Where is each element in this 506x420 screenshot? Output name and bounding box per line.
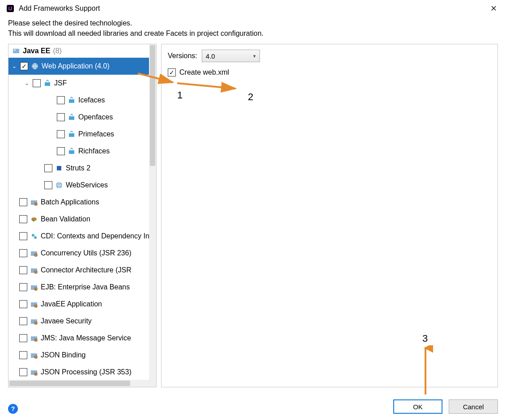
svg-rect-6 [69, 133, 74, 137]
tree-node[interactable]: EJB: Enterprise Java Beans [9, 279, 156, 296]
tree-node[interactable]: JSON Binding [9, 347, 156, 364]
svg-point-28 [34, 355, 38, 359]
create-webxml-label: Create web.xml [179, 68, 229, 76]
tree-checkbox[interactable] [57, 147, 65, 155]
tree-checkbox[interactable] [44, 181, 52, 189]
tree-node[interactable]: Openfaces [9, 109, 156, 126]
window-title: Add Frameworks Support [19, 4, 486, 13]
create-webxml-checkbox[interactable] [168, 68, 176, 76]
ok-button[interactable]: OK [393, 399, 442, 414]
svg-rect-1 [14, 50, 16, 51]
tree-node-label: Primefaces [78, 130, 114, 138]
framework-details-panel: Versions: 4.0 ▾ Create web.xml [161, 44, 498, 387]
annotation-number-1: 1 [177, 89, 183, 101]
tree-node-label: Web Application (4.0) [42, 62, 110, 70]
tree-node[interactable]: JSON Processing (JSR 353) [9, 364, 156, 381]
expand-icon[interactable]: ⌄ [24, 80, 30, 86]
cancel-button-label: Cancel [463, 403, 484, 411]
tree-node[interactable]: Connector Architecture (JSR [9, 262, 156, 279]
tree-node[interactable]: WebServices [9, 177, 156, 194]
tree-header: Java EE (8) [9, 44, 156, 58]
svg-rect-4 [69, 99, 74, 103]
tree-node[interactable]: Batch Applications [9, 194, 156, 211]
tree-node[interactable]: Struts 2 [9, 160, 156, 177]
close-icon[interactable]: ✕ [486, 3, 502, 14]
tree-checkbox[interactable] [19, 215, 27, 223]
app-icon: IJ [6, 4, 14, 13]
svg-rect-0 [13, 49, 19, 53]
vertical-scroll-thumb[interactable] [150, 45, 155, 166]
folder-icon [30, 334, 38, 342]
version-value: 4.0 [206, 52, 215, 60]
tree-checkbox[interactable] [57, 113, 65, 121]
tree-checkbox[interactable] [19, 368, 27, 376]
javaee-icon [12, 47, 20, 55]
tree-checkbox[interactable] [19, 266, 27, 274]
tree-node-label: Batch Applications [41, 198, 99, 206]
jsf-icon [68, 113, 76, 121]
tree-checkbox[interactable] [57, 96, 65, 104]
folder-icon [30, 300, 38, 308]
tree-node[interactable]: Primefaces [9, 126, 156, 143]
folder-icon [30, 368, 38, 376]
svg-point-26 [34, 338, 38, 342]
horizontal-scrollbar[interactable] [9, 380, 149, 387]
svg-point-24 [34, 321, 38, 325]
tree-node[interactable]: Icefaces [9, 92, 156, 109]
annotation-number-2: 2 [248, 91, 253, 103]
tree-node-label: JSON Processing (JSR 353) [41, 368, 132, 376]
tree-checkbox[interactable] [19, 198, 27, 206]
intro-text: Please select the desired technologies. … [0, 16, 506, 41]
tree-checkbox[interactable] [19, 317, 27, 325]
tree-node[interactable]: Concurrency Utils (JSR 236) [9, 245, 156, 262]
tree-node[interactable]: Richfaces [9, 143, 156, 160]
tree-checkbox[interactable] [19, 334, 27, 342]
tree-node-label: Struts 2 [66, 164, 90, 172]
help-button[interactable]: ? [8, 404, 18, 414]
tree-checkbox[interactable] [19, 283, 27, 291]
folder-icon [30, 317, 38, 325]
globe-icon [31, 62, 39, 70]
svg-point-22 [34, 304, 38, 308]
tree-node[interactable]: CDI: Contexts and Dependency Injection [9, 228, 156, 245]
tree-checkbox[interactable] [20, 62, 28, 70]
tree-node[interactable]: Javaee Security [9, 313, 156, 330]
svg-rect-7 [69, 150, 74, 154]
jsf-icon [68, 130, 76, 138]
tree-node[interactable]: ⌄JSF [9, 75, 156, 92]
tree-checkbox[interactable] [44, 164, 52, 172]
svg-point-30 [34, 372, 38, 376]
folder-icon [30, 198, 38, 206]
tree-checkbox[interactable] [57, 130, 65, 138]
tree-checkbox[interactable] [19, 351, 27, 359]
tree-node[interactable]: Bean Validation [9, 211, 156, 228]
jsf-icon [43, 79, 51, 87]
expand-icon[interactable]: ⌄ [11, 63, 17, 69]
jsf-icon [68, 96, 76, 104]
svg-point-16 [34, 253, 38, 257]
jsf-icon [68, 147, 76, 155]
intro-line1: Please select the desired technologies. [8, 18, 498, 28]
tree-node-label: JSF [54, 79, 67, 87]
tree-node[interactable]: ⌄Web Application (4.0) [9, 58, 156, 75]
globe-icon [55, 181, 63, 189]
tree-node-label: JSON Binding [41, 351, 86, 359]
horizontal-scroll-thumb[interactable] [9, 381, 130, 386]
versions-label: Versions: [168, 52, 197, 60]
tree-checkbox[interactable] [33, 79, 41, 87]
tree-checkbox[interactable] [19, 300, 27, 308]
cancel-button[interactable]: Cancel [449, 399, 498, 414]
frameworks-tree-panel: Java EE (8) ⌄Web Application (4.0)⌄JSFIc… [8, 44, 157, 387]
create-webxml-row: Create web.xml [168, 68, 491, 76]
svg-point-20 [34, 287, 38, 291]
svg-point-18 [34, 270, 38, 274]
tree-node[interactable]: JavaEE Application [9, 296, 156, 313]
folder-icon [30, 249, 38, 257]
frameworks-tree[interactable]: ⌄Web Application (4.0)⌄JSFIcefacesOpenfa… [9, 58, 156, 387]
tree-node[interactable]: JMS: Java Message Service [9, 330, 156, 347]
tree-checkbox[interactable] [19, 232, 27, 240]
tree-checkbox[interactable] [19, 249, 27, 257]
version-select[interactable]: 4.0 ▾ [202, 50, 260, 62]
folder-icon [30, 283, 38, 291]
vertical-scrollbar[interactable] [149, 44, 156, 387]
